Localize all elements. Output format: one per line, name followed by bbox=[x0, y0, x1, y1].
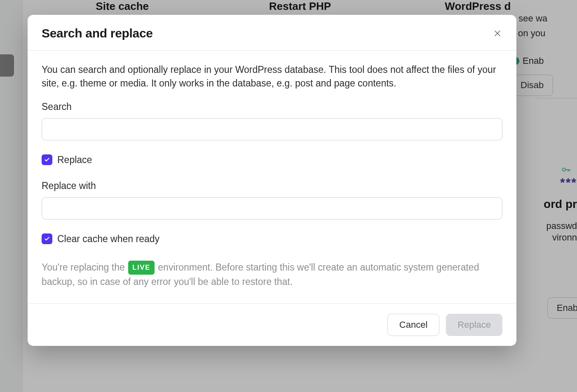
clear-cache-checkbox[interactable] bbox=[42, 233, 52, 244]
close-icon[interactable] bbox=[493, 28, 502, 38]
modal-description: You can search and optionally replace in… bbox=[42, 63, 502, 91]
modal-footer: Cancel Replace bbox=[28, 303, 516, 346]
replace-with-label: Replace with bbox=[42, 180, 502, 191]
replace-with-input[interactable] bbox=[42, 197, 502, 219]
search-label: Search bbox=[42, 101, 502, 112]
clear-cache-checkbox-label: Clear cache when ready bbox=[57, 233, 159, 245]
live-badge: LIVE bbox=[128, 261, 155, 275]
replace-checkbox-label: Replace bbox=[57, 154, 92, 166]
modal-title: Search and replace bbox=[42, 26, 153, 40]
search-input[interactable] bbox=[42, 118, 502, 140]
replace-button[interactable]: Replace bbox=[446, 314, 502, 336]
cancel-button[interactable]: Cancel bbox=[387, 314, 439, 336]
modal-body: You can search and optionally replace in… bbox=[28, 51, 516, 303]
environment-notice: You're replacing the LIVE environment. B… bbox=[42, 260, 502, 289]
replace-checkbox[interactable] bbox=[42, 154, 52, 165]
search-replace-modal: Search and replace You can search and op… bbox=[28, 15, 516, 346]
modal-header: Search and replace bbox=[28, 15, 516, 51]
notice-prefix: You're replacing the bbox=[42, 262, 127, 273]
